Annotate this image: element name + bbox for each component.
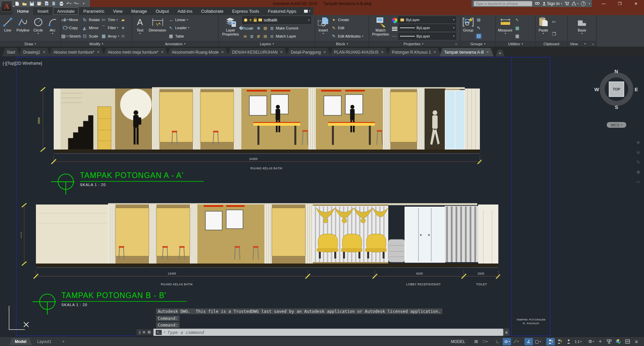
close-icon[interactable]: ✕ — [381, 50, 384, 54]
match-properties-button[interactable]: Match Properties — [370, 16, 391, 40]
copy-clip-button[interactable]: ❐ — [551, 31, 557, 38]
array-button[interactable]: ▦Array▾ — [101, 33, 119, 40]
make-current-icon[interactable]: ≣ — [269, 25, 275, 31]
lineweight-dropdown[interactable]: ByLayer▾ — [398, 24, 456, 31]
layer-properties-button[interactable]: Layer Properties — [220, 16, 241, 40]
ungroup-button[interactable]: ⊠ — [476, 16, 482, 23]
explode-button[interactable]: ✶ — [120, 24, 126, 32]
panel-label-utilities[interactable]: Utilities▾ — [496, 41, 535, 47]
quick-calculator-button[interactable]: ▦ — [514, 33, 520, 40]
restore-button[interactable]: ❐ — [612, 0, 628, 7]
rotate-button[interactable]: ↻Rotate — [82, 16, 100, 23]
command-customize-icon[interactable]: ⚙ — [147, 330, 151, 335]
group-selection-toggle[interactable]: ⊡ — [476, 33, 482, 40]
panel-label-draw[interactable]: Draw▾ — [0, 41, 60, 47]
command-bar-grip[interactable]: ⣿ ✕ ⚙ — [136, 329, 153, 336]
group-edit-button[interactable]: ✎ — [476, 24, 482, 32]
help-icon[interactable]: ? — [581, 1, 586, 6]
annotation-scale-dropdown[interactable]: 1:1▾ — [574, 338, 583, 345]
snap-toggle-icon[interactable]: ∷▾ — [481, 338, 489, 345]
panel-label-properties[interactable]: Properties▾» — [369, 41, 460, 47]
edit-attributes-button[interactable]: ✎Edit Attributes▾ — [331, 33, 363, 40]
layer-off-icon[interactable]: �how — [242, 25, 248, 31]
object-color-icon[interactable] — [392, 18, 397, 23]
showmotion-icon[interactable]: ▭ — [636, 179, 640, 184]
batch-plot-button[interactable] — [43, 1, 50, 7]
close-icon[interactable]: ✕ — [486, 50, 489, 54]
layout1-tab[interactable]: Layout1 — [32, 338, 57, 345]
command-line-bar[interactable]: ⣿ ✕ ⚙ >_ ▾ Type a command ≣ — [136, 329, 509, 336]
command-input[interactable]: >_ ▾ Type a command — [153, 329, 503, 336]
quick-properties-icon[interactable] — [605, 338, 613, 345]
save-as-button[interactable] — [36, 1, 43, 7]
isoplane-icon[interactable]: ⟋▾ — [512, 338, 520, 345]
search-input[interactable] — [474, 1, 532, 6]
layer-lock-icon[interactable]: ⊠ — [262, 25, 268, 31]
save-button[interactable] — [29, 1, 35, 7]
mirror-button[interactable]: ◭Mirror — [82, 24, 100, 32]
annotation-visibility-icon[interactable] — [546, 338, 555, 345]
ribbon-tab-featured-apps[interactable]: Featured Apps — [263, 7, 301, 15]
ribbon-tab-output[interactable]: Output — [151, 7, 173, 15]
ribbon-tab-express-tools[interactable]: Express Tools — [228, 7, 264, 15]
close-icon[interactable]: ✕ — [323, 50, 326, 54]
move-button[interactable]: ✜Move — [62, 16, 81, 23]
doc-tab-start[interactable]: Start — [2, 48, 20, 56]
cut-button[interactable]: ✄ — [551, 18, 557, 25]
annotation-monitor-icon[interactable]: ＋ — [596, 338, 604, 345]
polar-tracking-icon[interactable]: ⊘▾ — [503, 338, 511, 345]
close-icon[interactable]: ✕ — [97, 50, 100, 54]
base-view-button[interactable]: Base▾ — [575, 16, 589, 40]
print-button[interactable] — [58, 1, 65, 7]
panel-label-annotation[interactable]: Annotation▾ — [132, 41, 218, 47]
open-file-button[interactable] — [21, 1, 28, 7]
ribbon-tab-view[interactable]: View — [109, 7, 127, 15]
linetype-dropdown[interactable]: ByLayer▾ — [398, 33, 456, 40]
new-layout-button[interactable]: + — [57, 338, 70, 345]
viewcube-north[interactable]: N — [614, 68, 618, 74]
annotation-scale-people-icon[interactable] — [564, 338, 573, 345]
leader-button[interactable]: ↖Leader▾ — [168, 24, 197, 32]
circle-button[interactable]: Circle▾ — [32, 16, 45, 40]
match-layer-icon[interactable]: ≌ — [269, 34, 275, 39]
layer-unlock2-icon[interactable]: ⊞ — [262, 34, 268, 39]
edit-block-button[interactable]: ✎Edit — [331, 24, 363, 32]
navigation-bar[interactable]: ✥ ⊕ ↻ ◉ ▭ — [634, 140, 643, 184]
close-icon[interactable]: ✕ — [280, 50, 283, 54]
dimension-button[interactable]: Dimension — [148, 16, 167, 40]
lineweight-icon[interactable] — [392, 27, 397, 31]
workspace-switching-icon[interactable]: ⚙▾ — [587, 338, 595, 345]
ribbon-options-button[interactable]: ▾ — [301, 7, 314, 15]
doc-tab-aksono-metri-furniture[interactable]: Aksono metri furniture*✕ — [49, 48, 104, 56]
application-menu-button[interactable]: A — [1, 1, 12, 12]
command-close-icon[interactable]: ✕ — [142, 330, 146, 335]
application-menu-caret[interactable]: ▾ — [13, 5, 14, 8]
command-prompt-text[interactable]: Type a command — [167, 330, 204, 335]
panel-label-layers[interactable]: Layers▾ — [219, 41, 315, 47]
doc-tab-plan-ruang-khusus[interactable]: PLAN-RUANG-KHUSUS✕ — [329, 48, 388, 56]
close-icon[interactable]: ✕ — [433, 50, 436, 54]
ribbon-tab-home[interactable]: Home — [13, 7, 33, 15]
insert-block-button[interactable]: Insert▾ — [316, 16, 330, 40]
grid-toggle-icon[interactable]: ⊞ — [472, 338, 480, 345]
trim-button[interactable]: ✄Trim▾ — [101, 16, 119, 23]
cart-icon[interactable] — [565, 2, 569, 5]
doc-tab-aksonometri-ruang-mode[interactable]: Aksonometri-Ruang-Mode✕ — [167, 48, 229, 56]
doc-tab-denah-keseluruhan[interactable]: DENAH-KESELURUHAN✕ — [227, 48, 287, 56]
text-button[interactable]: A Text▾ — [133, 16, 147, 40]
viewcube-east[interactable]: E — [635, 86, 638, 92]
layer-isolate-icon[interactable]: ≋ — [249, 25, 255, 31]
autodesk-app-icon[interactable]: ▾ — [572, 2, 579, 5]
polyline-button[interactable]: Polyline — [15, 16, 31, 40]
recent-commands-button[interactable]: ≣ — [503, 329, 509, 336]
panel-label-modify[interactable]: Modify▾ — [61, 41, 132, 47]
close-icon[interactable]: ✕ — [43, 50, 45, 54]
doc-tab-potongan-rkhusus-1[interactable]: Potongan R.Khusus 1✕ — [387, 48, 441, 56]
model-tab[interactable]: Model — [9, 338, 32, 345]
annotation-autoscale-icon[interactable] — [555, 338, 564, 345]
ribbon-tab-collaborate[interactable]: Collaborate — [197, 7, 228, 15]
wcs-dropdown[interactable]: WCS▾ — [607, 122, 626, 128]
viewport-controls[interactable]: [-][Top][2D Wireframe] — [3, 61, 42, 66]
steering-wheel-icon[interactable]: ◉ — [636, 169, 640, 174]
panel-label-block[interactable]: Block▾ — [315, 41, 368, 47]
